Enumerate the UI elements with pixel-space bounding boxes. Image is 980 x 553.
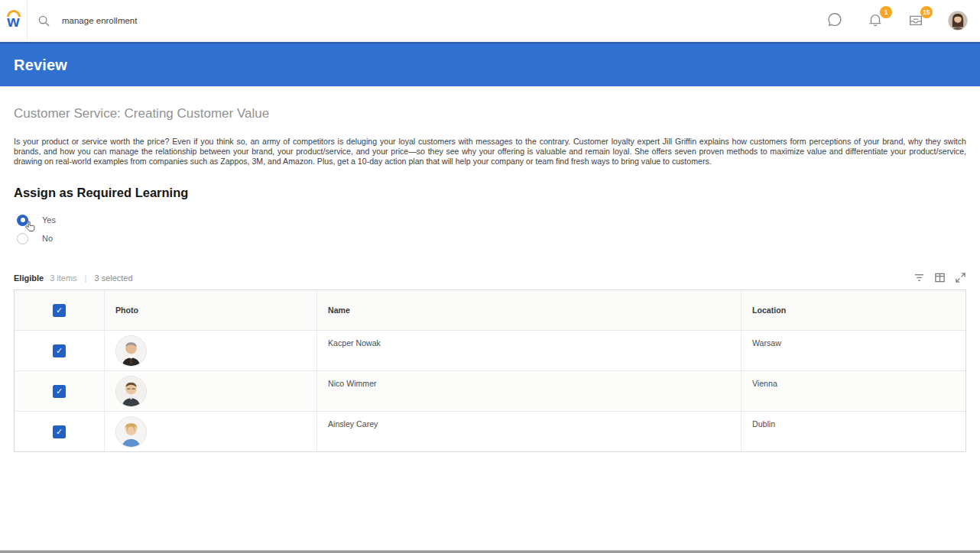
table-row: ✓ Kacper Nowak Warsaw bbox=[15, 330, 965, 370]
header-location[interactable]: Location bbox=[741, 290, 965, 330]
bottom-edge-bar bbox=[0, 550, 980, 553]
profile-photo bbox=[115, 416, 147, 448]
table-header-row: ✓ Photo Name Location bbox=[15, 290, 965, 330]
required-learning-radio-group: Yes No bbox=[14, 211, 966, 247]
row-location: Vienna bbox=[741, 371, 965, 411]
table-toolbar bbox=[913, 272, 966, 283]
main-content: Customer Service: Creating Customer Valu… bbox=[0, 106, 980, 452]
row-location: Warsaw bbox=[741, 331, 965, 370]
radio-yes-label[interactable]: Yes bbox=[42, 215, 56, 225]
topbar-actions: 1 15 bbox=[826, 11, 968, 31]
radio-row-no: No bbox=[14, 229, 966, 247]
section-heading: Assign as Required Learning bbox=[14, 186, 966, 200]
profile-avatar-image bbox=[949, 11, 967, 30]
column-settings-button[interactable] bbox=[934, 272, 946, 283]
filter-button[interactable] bbox=[913, 272, 925, 283]
header-name[interactable]: Name bbox=[317, 290, 741, 330]
radio-no-label[interactable]: No bbox=[42, 234, 53, 243]
table-row: ✓ Nico Wimmer Vienna bbox=[15, 370, 965, 411]
row-photo-cell bbox=[105, 331, 317, 370]
profile-photo bbox=[115, 376, 147, 407]
logo-letter: w bbox=[7, 13, 19, 29]
check-icon: ✓ bbox=[56, 428, 63, 436]
row-photo-cell bbox=[105, 371, 317, 411]
notifications-button[interactable]: 1 bbox=[867, 11, 885, 30]
radio-row-yes: Yes bbox=[14, 211, 966, 229]
profile-avatar[interactable] bbox=[948, 11, 968, 31]
profile-photo bbox=[115, 335, 147, 367]
inbox-badge: 15 bbox=[920, 6, 933, 18]
expand-icon bbox=[955, 272, 966, 283]
course-description: Is your product or service worth the pri… bbox=[14, 137, 966, 167]
select-all-checkbox[interactable]: ✓ bbox=[53, 304, 66, 317]
row-name: Ainsley Carey bbox=[317, 412, 741, 451]
header-checkbox-cell: ✓ bbox=[15, 290, 105, 330]
eligible-selected-count: 3 selected bbox=[94, 273, 132, 283]
chat-button[interactable] bbox=[826, 11, 845, 30]
radio-no[interactable] bbox=[17, 233, 28, 244]
filter-icon bbox=[913, 272, 925, 283]
eligible-table: ✓ Photo Name Location ✓ bbox=[14, 289, 966, 452]
row-name: Kacper Nowak bbox=[317, 331, 741, 370]
check-icon: ✓ bbox=[56, 347, 63, 355]
eligible-title: Eligible bbox=[14, 273, 44, 283]
table-row: ✓ Ainsley Carey Dublin bbox=[15, 411, 965, 451]
table-columns-icon bbox=[934, 272, 946, 283]
chat-bubble-icon bbox=[826, 11, 843, 28]
row-location: Dublin bbox=[741, 412, 965, 451]
notifications-badge: 1 bbox=[880, 6, 892, 18]
row-checkbox[interactable]: ✓ bbox=[53, 344, 66, 357]
search-icon bbox=[38, 15, 50, 27]
header-photo[interactable]: Photo bbox=[105, 290, 317, 330]
eligible-header-bar: Eligible 3 items | 3 selected bbox=[14, 272, 966, 283]
row-checkbox-cell: ✓ bbox=[15, 371, 105, 411]
expand-table-button[interactable] bbox=[955, 272, 966, 283]
eligible-separator: | bbox=[85, 273, 87, 283]
row-checkbox-cell: ✓ bbox=[15, 412, 105, 451]
row-checkbox[interactable]: ✓ bbox=[53, 385, 66, 398]
row-photo-cell bbox=[105, 412, 317, 451]
radio-yes[interactable] bbox=[17, 215, 28, 226]
inbox-button[interactable]: 15 bbox=[907, 11, 926, 30]
check-icon: ✓ bbox=[56, 306, 63, 315]
search-input[interactable] bbox=[62, 16, 368, 25]
row-name: Nico Wimmer bbox=[317, 371, 741, 411]
page-title: Review bbox=[14, 57, 67, 74]
row-checkbox-cell: ✓ bbox=[15, 331, 105, 370]
workday-logo[interactable]: w bbox=[0, 0, 28, 42]
eligible-items-count: 3 items bbox=[50, 273, 76, 283]
page-banner: Review bbox=[0, 42, 980, 86]
course-title: Customer Service: Creating Customer Valu… bbox=[14, 106, 966, 121]
top-bar: w 1 15 bbox=[0, 0, 980, 42]
search-bar bbox=[38, 15, 826, 27]
row-checkbox[interactable]: ✓ bbox=[53, 425, 66, 438]
check-icon: ✓ bbox=[56, 387, 63, 396]
